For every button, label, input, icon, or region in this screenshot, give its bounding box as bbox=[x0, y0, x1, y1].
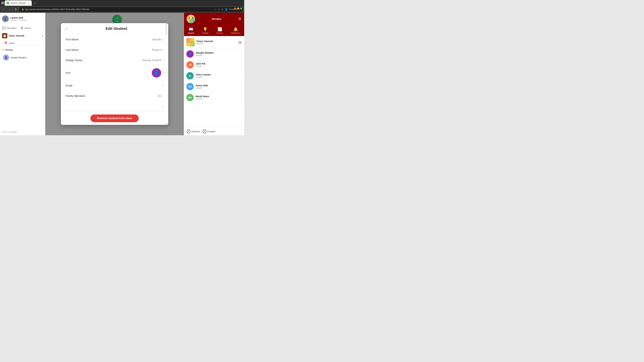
icon-row[interactable]: Icon 👤 › bbox=[61, 65, 168, 80]
edit-student-modal: ← Edit Student First Name Sample › bbox=[61, 23, 168, 125]
student-list-info-jack: Jack Pot 6 posts bbox=[196, 62, 242, 67]
forward-button[interactable]: › bbox=[8, 7, 12, 12]
families-button[interactable]: + Families bbox=[202, 130, 215, 133]
user-avatar: 👤 bbox=[2, 15, 9, 22]
student-list-item-mordi[interactable]: MS Mordi Seem 4 posts bbox=[184, 92, 244, 103]
first-name-label: First Name bbox=[66, 38, 96, 41]
student-avatar-john: JL bbox=[186, 72, 194, 79]
pinned-student-avatar: 👤 bbox=[3, 54, 9, 60]
activities-nav-icon: 💡 bbox=[203, 27, 208, 31]
extensions-icon[interactable]: ⬡ bbox=[218, 8, 220, 11]
moodjoy-avatar-inner: 🐶 bbox=[187, 15, 195, 23]
star-icon[interactable]: ☆ bbox=[214, 8, 217, 11]
student-list-item-jack[interactable]: JP Jack Pot 6 posts bbox=[184, 59, 244, 70]
right-sidebar: 🐶 Moodjoy ⚙ 📖 Journal 💡 Activities 📈 Pro… bbox=[184, 13, 244, 135]
families-label: Families bbox=[207, 130, 215, 133]
first-name-row[interactable]: First Name Sample › bbox=[61, 34, 168, 45]
refresh-button[interactable]: ↻ bbox=[14, 7, 18, 12]
class-name: Class Journal bbox=[9, 34, 40, 37]
user-role: Teacher - 2 Classes bbox=[10, 19, 43, 21]
tab-group-icon[interactable]: 8 bbox=[1, 2, 4, 4]
student-list-info-sample: Sample Student 8 posts bbox=[196, 51, 242, 56]
user-info: Lauren Deli Teacher - 2 Classes bbox=[10, 16, 43, 21]
notifications-nav-item[interactable]: 🔔 Notifications bbox=[229, 26, 242, 35]
tab-close-button[interactable]: ✕ bbox=[27, 2, 30, 4]
students-label: Students bbox=[191, 130, 200, 133]
class-icon: 📋 bbox=[2, 33, 8, 38]
last-name-value: Student bbox=[96, 48, 161, 51]
student-list-item-karen[interactable]: KD Karen Dale 4 posts bbox=[184, 81, 244, 92]
main-content: 🔗 + Add ← Edit Student bbox=[45, 13, 184, 135]
close-window-button[interactable] bbox=[234, 7, 236, 9]
journal-info: Class Journal 8 posts bbox=[196, 40, 236, 45]
back-button[interactable]: ‹ bbox=[1, 7, 6, 12]
progress-nav-icon: 📈 bbox=[218, 27, 222, 31]
extra-chevron-icon: › bbox=[162, 105, 164, 108]
calendar-icon: 📅 bbox=[4, 41, 8, 45]
student-list-name-jack: Jack Pot bbox=[196, 62, 242, 65]
chevron-left-icon[interactable]: ‹ bbox=[2, 42, 3, 45]
students-button[interactable]: + Students bbox=[187, 130, 200, 133]
student-list-info-john: John Louises 5 posts bbox=[196, 73, 242, 78]
new-tab-button[interactable]: + bbox=[32, 1, 37, 5]
remove-student-button[interactable]: Remove student from class bbox=[90, 114, 139, 122]
student-list-item-john[interactable]: JL John Louises 5 posts bbox=[184, 70, 244, 81]
minimize-window-button[interactable] bbox=[237, 7, 239, 9]
display-name-chevron-icon: › bbox=[162, 58, 164, 62]
journal-nav-icon: 📖 bbox=[189, 27, 193, 31]
last-name-row[interactable]: Last Name Student › bbox=[61, 45, 168, 55]
maximize-window-button[interactable] bbox=[240, 7, 242, 9]
moodjoy-avatar: 🐶 bbox=[187, 15, 195, 23]
student-list-posts-john: 5 posts bbox=[196, 76, 242, 78]
first-name-chevron-icon: › bbox=[162, 38, 164, 41]
modal-back-button[interactable]: ← bbox=[65, 26, 68, 31]
tab-favicon: S bbox=[7, 2, 9, 4]
modal-footer: Remove student from class bbox=[61, 112, 168, 125]
messages-nav-item[interactable]: 💬 Messages bbox=[2, 26, 16, 30]
extra-row[interactable]: › bbox=[61, 101, 168, 112]
scroll-indicator bbox=[166, 23, 166, 35]
journal-posts: 8 posts bbox=[196, 42, 236, 45]
moodjoy-label: Moodjoy bbox=[212, 17, 222, 20]
top-nav: 💬 Messages ⊞ Library bbox=[0, 25, 45, 31]
pinned-student-item[interactable]: 👤 Sample Student bbox=[2, 53, 43, 62]
browser-tab-bar: 8 S Journal - Seesaw ✕ + bbox=[0, 0, 244, 6]
student-avatar-sample: 👤 bbox=[186, 50, 194, 58]
library-nav-item[interactable]: ⊞ Library bbox=[21, 26, 31, 30]
student-list-item-sample[interactable]: 👤 Sample Student 8 posts bbox=[184, 49, 244, 59]
email-row[interactable]: Email › bbox=[61, 80, 168, 91]
modal-overlay[interactable]: ← Edit Student First Name Sample › bbox=[45, 13, 184, 135]
class-journal-list-header: 🐶 Class Journal 8 posts 🗂 bbox=[184, 36, 244, 49]
student-list-name-john: John Louises bbox=[196, 73, 242, 76]
student-list-name-sample: Sample Student bbox=[196, 51, 242, 54]
browser-tab[interactable]: S Journal - Seesaw ✕ bbox=[5, 0, 32, 6]
profile-icon[interactable]: 👤 bbox=[225, 8, 228, 11]
library-label: Library bbox=[24, 27, 31, 29]
lock-icon: 🔒 bbox=[22, 8, 24, 10]
tab-title: Journal - Seesaw bbox=[10, 2, 26, 4]
dates-label: Dates bbox=[9, 42, 14, 44]
student-list-name-karen: Karen Dale bbox=[196, 84, 242, 87]
family-members-value: (0) bbox=[96, 94, 161, 97]
user-name: Lauren Deli bbox=[10, 16, 43, 19]
journal-nav-item[interactable]: 📖 Journal bbox=[186, 26, 196, 35]
class-description: This is our class! bbox=[2, 131, 43, 133]
family-members-row[interactable]: Family Members (0) › bbox=[61, 91, 168, 101]
pinned-header: ★ Pinned bbox=[2, 48, 43, 51]
class-selector[interactable]: 📋 Class Journal ▾ bbox=[0, 31, 45, 40]
user-header: 👤 Lauren Deli Teacher - 2 Classes bbox=[0, 13, 45, 25]
progress-nav-item[interactable]: 📈 Progress bbox=[214, 26, 225, 35]
display-name-row[interactable]: Display Name Sample Student › bbox=[61, 55, 168, 65]
families-plus-icon: + bbox=[202, 130, 206, 133]
journal-folder-icon[interactable]: 🗂 bbox=[238, 40, 242, 44]
email-label: Email bbox=[66, 84, 96, 87]
display-name-value: Sample Student bbox=[96, 59, 161, 62]
address-bar[interactable]: 🔒 app.seesaw.me/#/class/class.e01bf4c2-9… bbox=[20, 7, 243, 12]
library-icon: ⊞ bbox=[21, 26, 23, 30]
gear-icon[interactable]: ⚙ bbox=[238, 17, 242, 21]
split-view-icon[interactable]: ⊡ bbox=[221, 8, 224, 11]
app-container: 👤 Lauren Deli Teacher - 2 Classes 💬 Mess… bbox=[0, 13, 244, 135]
journal-thumbnail: 🐶 bbox=[186, 38, 195, 46]
student-list-posts-karen: 4 posts bbox=[196, 87, 242, 89]
activities-nav-item[interactable]: 💡 Activities bbox=[200, 26, 210, 35]
